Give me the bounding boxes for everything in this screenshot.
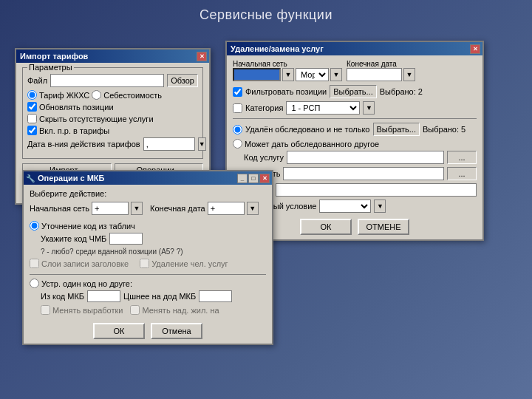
delete-radio-label: Удалён обследовано и не только xyxy=(245,125,370,134)
ops-window-titlebar: 🔧 Операции с МКБ _ □ ✕ xyxy=(24,171,272,185)
divider1 xyxy=(233,118,477,119)
delete-ok-btn[interactable]: ОК xyxy=(300,219,352,235)
ops-ok-cancel-row: ОК Отмена xyxy=(30,323,266,339)
service-input[interactable] xyxy=(287,151,444,164)
month-dropdown-btn[interactable]: ▼ xyxy=(330,68,342,81)
selected-count: Выбрано: 2 xyxy=(380,87,423,96)
delete-radio-row: Удалён обследовано и не только Выбрать..… xyxy=(233,123,477,136)
replaced-dots-btn[interactable]: ... xyxy=(447,167,477,180)
ops-minimize-btn[interactable]: _ xyxy=(237,174,248,183)
delete-checkbox-row: Удаление чел. услуг xyxy=(140,259,228,268)
end-date-input-group: 5...23.201... ▼ xyxy=(347,68,415,81)
category-dropdown-btn[interactable]: ▼ xyxy=(363,101,375,115)
month-select[interactable]: Мор xyxy=(296,68,329,81)
filter-checkbox[interactable] xyxy=(233,87,242,97)
date-input[interactable] xyxy=(143,137,195,151)
update-checkbox[interactable] xyxy=(27,102,37,112)
skip-checkbox[interactable] xyxy=(27,114,37,123)
end-date-input2[interactable] xyxy=(208,202,245,215)
ops-cancel-btn[interactable]: Отмена xyxy=(151,323,202,339)
condition-select[interactable] xyxy=(319,200,371,213)
date-picker-btn[interactable]: ▼ xyxy=(198,137,206,151)
end-date-group2: Конечная дата ▼ xyxy=(150,202,259,215)
delete-window-title: Удаление/замена услуг xyxy=(229,44,470,53)
ops-date-row: Начальная сеть ▼ Конечная дата ▼ xyxy=(30,202,266,215)
from-row: Из код МКБ ___._ Цшнее на дод МКБ ___._ xyxy=(41,290,266,302)
filter-label: Фильтровать позиции xyxy=(245,87,327,96)
network-input-group: 01.09.2011 ▼ Мор ▼ xyxy=(233,68,342,81)
select2-btn[interactable]: Выбрать... xyxy=(373,123,420,136)
ops-window: 🔧 Операции с МКБ _ □ ✕ Выберите действие… xyxy=(22,170,273,345)
cost-radio[interactable] xyxy=(92,90,101,100)
network-date-btn[interactable]: ▼ xyxy=(282,68,294,81)
category-checkbox[interactable] xyxy=(233,103,242,113)
end-date-btn2[interactable]: ▼ xyxy=(247,202,259,215)
end-date-label2: Конечная дата xyxy=(150,204,205,213)
change2-label: Менять над. жил. на xyxy=(142,306,219,315)
import-window-titlebar: Импорт тарифов ✕ xyxy=(16,50,209,63)
ops-window-content: Выберите действие: Начальная сеть ▼ Коне… xyxy=(24,185,272,344)
network-date-input[interactable]: 01.09.2011 xyxy=(233,68,281,81)
one-code-radio-row: Устр. один код но друге: xyxy=(30,279,266,288)
ops-ok-btn[interactable]: ОК xyxy=(93,323,145,339)
from-input[interactable]: ___._ xyxy=(87,290,120,302)
service-row: Код услугу ... xyxy=(233,151,477,164)
delete-close-btn[interactable]: ✕ xyxy=(470,44,480,54)
include-label: Вкл. п.р. в тарифы xyxy=(39,126,109,135)
date-row: Дата в-ния действия тарифов ▼ xyxy=(27,137,198,151)
one-code-radio[interactable] xyxy=(30,279,39,288)
ops-close-btn[interactable]: ✕ xyxy=(259,174,270,183)
start-date-input[interactable] xyxy=(92,202,129,215)
file-input[interactable] xyxy=(50,74,164,87)
file-row: Файл Обзор xyxy=(27,74,198,87)
ops-title-group: 🔧 Операции с МКБ xyxy=(26,174,104,183)
type-input[interactable] xyxy=(276,183,477,197)
service-dots-btn[interactable]: ... xyxy=(447,151,477,164)
date-label: Дата в-ния действия тарифов xyxy=(27,140,140,149)
start-date-label: Начальная сеть xyxy=(30,204,89,213)
action-label: Выберите действие: xyxy=(30,189,266,198)
update-radio[interactable] xyxy=(30,221,39,231)
delete-window-controls: ✕ xyxy=(470,44,480,54)
code-input[interactable]: ___._ xyxy=(109,233,143,245)
change1-checkbox[interactable] xyxy=(41,305,50,315)
start-date-btn[interactable]: ▼ xyxy=(131,202,143,215)
ops-icon: 🔧 xyxy=(26,174,35,183)
category-select[interactable]: 1 - РСП xyxy=(286,101,360,115)
one-code-radio-label: Устр. один код но друге: xyxy=(41,279,132,288)
delete-window-titlebar: Удаление/замена услуг ✕ xyxy=(227,42,482,55)
import-close-btn[interactable]: ✕ xyxy=(197,52,207,61)
params-group: Параметры Файл Обзор Тариф ЖКХС Себестои… xyxy=(22,67,203,159)
tariff-radio[interactable] xyxy=(27,90,37,100)
delete-ops-checkbox[interactable] xyxy=(140,259,149,268)
cost-radio-label: Себестоимость xyxy=(103,91,162,100)
params-group-title: Параметры xyxy=(27,63,74,72)
condition-dropdown-btn[interactable]: ▼ xyxy=(374,200,386,213)
page-title: Сервисные функции xyxy=(0,0,532,27)
close-delete-row: Слои записи заголовке Удаление чел. услу… xyxy=(30,259,266,270)
change2-checkbox[interactable] xyxy=(130,305,140,315)
delete-cancel-btn[interactable]: ОТМЕНЕ xyxy=(358,219,409,235)
end-date-btn[interactable]: ▼ xyxy=(403,68,415,81)
ops-window-title: Операции с МКБ xyxy=(36,174,104,183)
ops-window-controls: _ □ ✕ xyxy=(237,174,270,183)
start-date-group: Начальная сеть ▼ xyxy=(30,202,143,215)
end-date-input[interactable]: 5...23.201... xyxy=(347,68,402,81)
update-label: Обновлять позиции xyxy=(39,103,114,112)
close-checkbox[interactable] xyxy=(30,259,39,268)
browse-btn[interactable]: Обзор xyxy=(167,74,198,87)
replaced-input[interactable] xyxy=(283,167,444,180)
to-input[interactable]: ___._ xyxy=(199,290,232,302)
replace-radio-row: Может дать обследованного другое xyxy=(233,139,477,149)
select-btn[interactable]: Выбрать... xyxy=(330,85,376,98)
ops-maximize-btn[interactable]: □ xyxy=(248,174,259,183)
tariff-radio-row: Тариф ЖКХС Себестоимость xyxy=(27,90,198,100)
delete-radio[interactable] xyxy=(233,125,242,134)
update-radio-row: Уточнение код из таблич xyxy=(30,221,266,231)
include-checkbox[interactable] xyxy=(27,126,37,135)
hint-text: ? - любо? среди вданной позиции (А5? ?) xyxy=(41,248,266,256)
selected2-count: Выбрано: 5 xyxy=(423,125,466,134)
from-to-section: Из код МКБ ___._ Цшнее на дод МКБ ___._ … xyxy=(30,290,266,317)
replace-radio[interactable] xyxy=(233,139,242,149)
close-label: Слои записи заголовке xyxy=(41,259,129,268)
